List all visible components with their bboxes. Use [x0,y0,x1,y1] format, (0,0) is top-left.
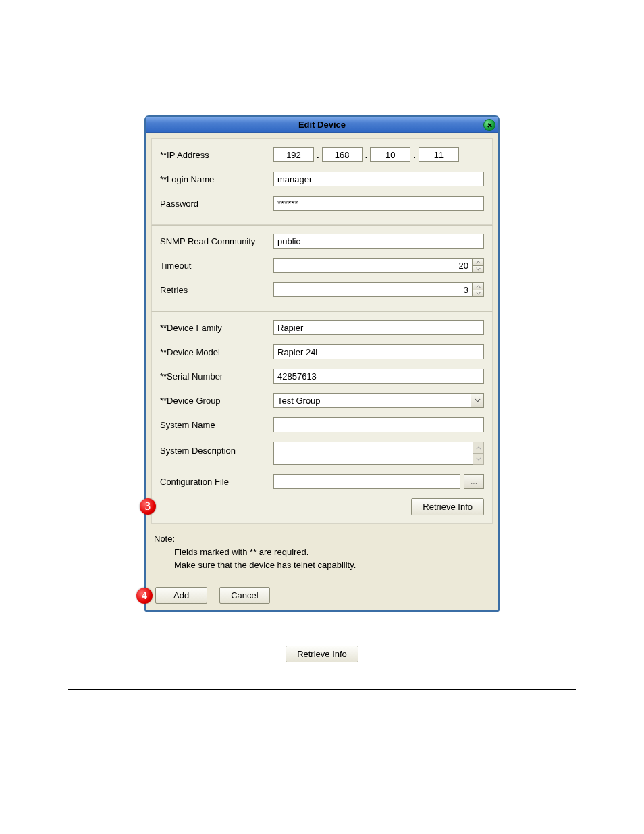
label-login: **Login Name [160,174,273,184]
label-ip: **IP Address [160,150,273,160]
sysdesc-area[interactable] [273,442,473,465]
sysdesc-scroll-up [473,442,484,453]
callout-3: 3 [140,498,156,515]
row-sysname: System Name [160,417,484,432]
row-login: **Login Name [160,172,484,186]
label-snmp: SNMP Read Community [160,236,273,246]
row-config: Configuration File ... [160,474,484,489]
snmp-input[interactable] [273,234,484,249]
ip-dot: . [365,150,368,160]
label-sysname: System Name [160,420,273,430]
dialog-wrap: Edit Device **IP Address . . [144,115,500,612]
note-line-2: Make sure that the device has telnet cap… [154,558,490,572]
row-sysdesc: System Description [160,442,484,465]
row-snmp: SNMP Read Community [160,234,484,249]
retries-spin-down[interactable] [473,290,484,297]
below-dialog-row: Retrieve Info [133,646,511,662]
timeout-spinner [273,258,484,273]
chevron-down-icon [476,457,481,461]
row-retries: Retries [160,282,484,297]
pane-snmp: SNMP Read Community Timeout [151,225,493,311]
retries-input[interactable] [273,282,473,297]
config-file-group: ... [273,474,484,489]
note-line-1: Fields marked with ** are required. [154,546,490,559]
sysname-input[interactable] [273,417,484,432]
pane-device: **Device Family **Device Model **Serial … [151,311,493,524]
retrieve-row: 3 Retrieve Info [160,498,484,515]
label-retries: Retries [160,285,273,295]
close-icon [487,122,493,128]
row-password: Password [160,196,484,211]
edit-device-dialog: Edit Device **IP Address . . [144,115,500,612]
bottom-button-row: 4 Add Cancel [155,587,498,604]
family-input [273,320,484,335]
add-button[interactable]: Add [155,587,207,604]
label-config: Configuration File [160,477,273,487]
row-serial: **Serial Number [160,369,484,384]
top-rule [68,61,576,61]
row-group: **Device Group [160,393,484,408]
ip-dot: . [317,150,319,160]
sysdesc-scrollbar [473,442,484,465]
chevron-up-icon [476,446,481,450]
retries-spinner-buttons [473,282,484,297]
browse-button[interactable]: ... [464,474,484,489]
row-ip: **IP Address . . . [160,147,484,162]
retries-spinner [273,282,484,297]
ip-octet-4[interactable] [419,147,459,162]
document-page: Edit Device **IP Address . . [0,0,644,834]
ip-octet-2[interactable] [322,147,363,162]
sysdesc-scroll-down [473,453,484,465]
ip-field-group: . . . [273,147,484,162]
cancel-button[interactable]: Cancel [219,587,269,604]
ip-octet-1[interactable] [273,147,314,162]
login-input[interactable] [273,172,484,186]
dialog-titlebar[interactable]: Edit Device [146,117,498,133]
group-combo[interactable] [273,393,484,408]
password-input[interactable] [273,196,484,211]
pane-connection: **IP Address . . . **Login Name [151,138,493,225]
group-input[interactable] [273,393,471,408]
note-block: Note: Fields marked with ** are required… [151,529,493,577]
timeout-input[interactable] [273,258,473,273]
serial-input [273,369,484,384]
chevron-up-icon [476,285,481,288]
timeout-spin-down[interactable] [473,265,484,273]
chevron-up-icon [476,261,481,264]
ip-octet-3[interactable] [370,147,410,162]
label-timeout: Timeout [160,261,273,271]
retrieve-info-button-below[interactable]: Retrieve Info [286,646,358,662]
chevron-down-icon [476,267,481,271]
timeout-spin-up[interactable] [473,258,484,265]
label-sysdesc: System Description [160,442,273,456]
row-family: **Device Family [160,320,484,335]
note-heading: Note: [154,532,490,546]
label-serial: **Serial Number [160,371,273,382]
dialog-title: Edit Device [298,120,346,130]
chevron-down-icon [476,292,481,295]
close-button[interactable] [483,119,495,131]
timeout-spinner-buttons [473,258,484,273]
label-family: **Device Family [160,323,273,333]
chevron-down-icon [475,398,481,402]
config-input[interactable] [273,474,460,489]
callout-4: 4 [136,588,153,604]
bottom-rule [68,689,576,690]
label-password: Password [160,199,273,209]
label-model: **Device Model [160,347,273,357]
retries-spin-up[interactable] [473,282,484,290]
group-dropdown-button[interactable] [471,393,484,408]
model-input [273,344,484,359]
ip-dot: . [413,150,416,160]
row-timeout: Timeout [160,258,484,273]
retrieve-info-button[interactable]: Retrieve Info [411,498,484,515]
sysdesc-textarea[interactable] [273,442,484,465]
label-group: **Device Group [160,396,273,406]
row-model: **Device Model [160,344,484,359]
